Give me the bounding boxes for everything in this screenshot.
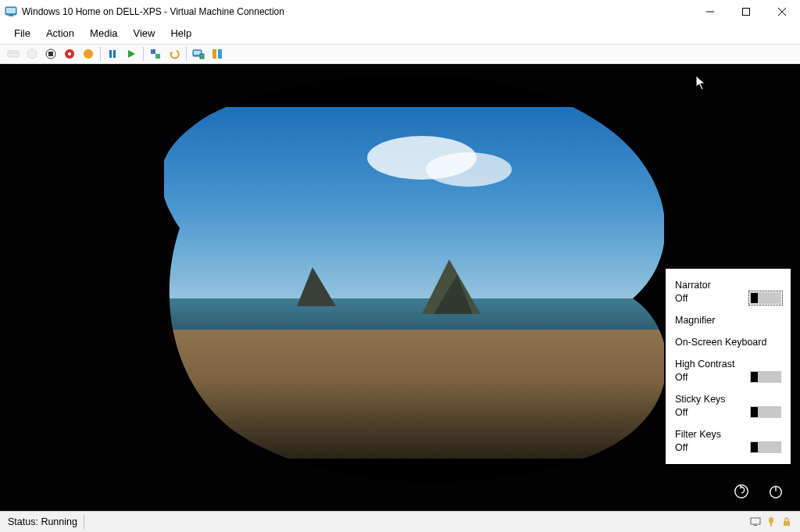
svg-rect-4 [743,9,750,16]
high-contrast-toggle[interactable] [750,371,781,383]
reset-icon[interactable] [123,45,140,62]
separator [84,515,84,529]
magnifier-label[interactable]: Magnifier [675,315,781,326]
svg-rect-8 [9,52,11,54]
svg-rect-2 [9,15,13,16]
separator [186,47,187,61]
display-status-icon [750,516,761,527]
sticky-keys-label: Sticky Keys [675,394,781,405]
svg-point-15 [68,52,71,55]
toolbar [0,44,800,64]
svg-rect-37 [751,518,760,524]
filter-keys-state: Off [675,442,688,453]
svg-rect-13 [48,52,53,56]
app-icon [5,5,17,18]
filter-keys-label: Filter Keys [675,429,781,440]
checkpoint-icon[interactable] [147,45,164,62]
ctrl-alt-del-icon[interactable] [5,45,22,62]
narrator-label: Narrator [675,280,781,291]
svg-rect-26 [212,49,216,59]
svg-rect-17 [109,50,112,58]
svg-rect-38 [754,525,757,526]
svg-marker-19 [128,50,135,58]
statusbar: Status: Running [0,511,800,532]
filter-keys-toggle[interactable] [750,441,781,453]
turn-off-icon[interactable] [23,45,41,62]
high-contrast-state: Off [675,372,688,383]
stop-icon[interactable] [61,45,78,62]
sticky-keys-toggle[interactable] [750,406,781,418]
narrator-state: Off [675,293,688,304]
share-icon[interactable] [209,45,226,62]
audio-status-icon [766,516,777,527]
lock-status-icon [781,516,792,527]
titlebar: Windows 10 Home on DELL-XPS - Virtual Ma… [0,0,800,23]
svg-point-31 [426,152,512,187]
menu-media[interactable]: Media [82,25,125,41]
ease-of-access-panel: Narrator Off Magnifier On-Screen Keyboar… [666,269,791,464]
revert-icon[interactable] [166,45,183,62]
separator [143,47,144,61]
window-title: Windows 10 Home on DELL-XPS - Virtual Ma… [22,6,692,17]
high-contrast-label: High Contrast [675,359,781,370]
separator [100,47,101,61]
save-icon[interactable] [80,45,97,62]
minimize-button[interactable] [692,0,728,23]
menubar: File Action Media View Help [0,23,800,44]
cursor-icon [695,75,706,91]
svg-rect-40 [770,523,772,527]
menu-file[interactable]: File [6,25,38,41]
menu-view[interactable]: View [126,25,163,41]
vm-viewport[interactable]: Narrator Off Magnifier On-Screen Keyboar… [0,64,800,511]
svg-rect-25 [200,54,204,59]
menu-action[interactable]: Action [38,25,82,41]
svg-rect-41 [784,521,790,526]
svg-rect-18 [113,50,116,58]
maximize-button[interactable] [728,0,764,23]
svg-point-16 [84,49,93,59]
power-icon[interactable] [766,481,786,502]
on-screen-keyboard-label[interactable]: On-Screen Keyboard [675,337,781,348]
svg-rect-20 [151,49,155,54]
status-text: Status: Running [8,516,77,527]
svg-rect-21 [155,54,160,59]
menu-help[interactable]: Help [162,25,199,41]
svg-rect-9 [12,52,14,54]
svg-rect-1 [6,8,16,13]
enhanced-session-icon[interactable] [190,45,207,62]
svg-point-11 [27,49,37,59]
svg-point-39 [769,517,773,523]
shutdown-icon[interactable] [42,45,59,62]
svg-rect-27 [218,49,222,59]
pause-icon[interactable] [104,45,121,62]
close-button[interactable] [764,0,800,23]
sticky-keys-state: Off [675,407,688,418]
ease-of-access-icon[interactable] [731,481,752,502]
narrator-toggle[interactable] [750,292,781,304]
svg-rect-10 [16,52,17,54]
lock-screen-actions [731,481,786,502]
